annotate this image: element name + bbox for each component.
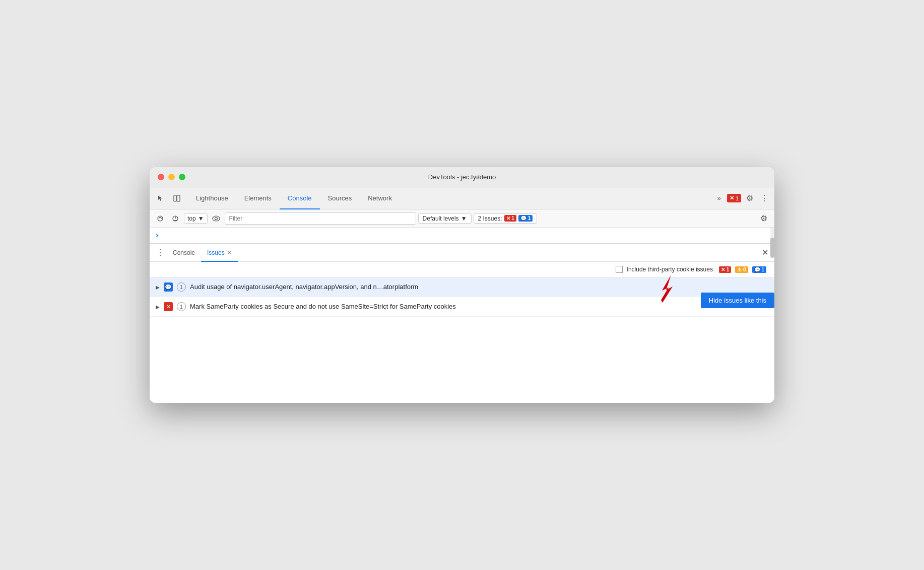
issues-panel: Include third-party cookie issues ✕ 1 ⚠ … xyxy=(150,262,774,403)
settings-icon[interactable]: ⚙ xyxy=(744,191,755,205)
expand-icon-2[interactable]: ▶ xyxy=(156,304,160,310)
panel-menu-icon[interactable]: ⋮ xyxy=(154,246,167,259)
panel-tabs: ⋮ Console Issues ✕ ✕ xyxy=(150,244,774,262)
filter-input[interactable] xyxy=(225,212,416,225)
scrollbar-track xyxy=(770,228,774,243)
panel-tab-close-icon[interactable]: ✕ xyxy=(227,249,232,256)
tabbar-icons xyxy=(154,191,184,205)
issues-header: Include third-party cookie issues ✕ 1 ⚠ … xyxy=(150,262,774,277)
context-selector[interactable]: top ▼ xyxy=(184,213,208,224)
panel-close-icon[interactable]: ✕ xyxy=(760,246,770,259)
window-title: DevTools - jec.fyi/demo xyxy=(428,173,496,181)
svg-point-7 xyxy=(215,217,217,220)
issue-icon-red-2: ✕ xyxy=(164,302,173,311)
issue-row-2[interactable]: ▶ ✕ 1 Mark SameParty cookies as Secure a… xyxy=(150,297,774,317)
issues-warning-count: ⚠ 0 xyxy=(735,266,748,273)
titlebar: DevTools - jec.fyi/demo xyxy=(150,167,774,187)
more-options-icon[interactable]: ⋮ xyxy=(758,191,770,205)
tab-network[interactable]: Network xyxy=(360,187,400,209)
issues-info-badge: 💬 1 xyxy=(518,215,533,222)
maximize-button[interactable] xyxy=(179,174,185,180)
cursor-icon[interactable] xyxy=(154,191,168,205)
console-toolbar: top ▼ Default levels ▼ 2 Issues: ✕ 1 💬 1… xyxy=(150,209,774,228)
error-badge: ✕ 1 xyxy=(727,194,741,202)
more-tabs-button[interactable]: » xyxy=(714,193,724,203)
issues-badges: ✕ 1 ⚠ 0 💬 1 xyxy=(719,266,766,273)
hide-issues-tooltip[interactable]: Hide issues like this xyxy=(701,293,774,308)
devtools-window: DevTools - jec.fyi/demo Lighthouse Eleme… xyxy=(150,167,774,403)
minimize-button[interactable] xyxy=(168,174,175,180)
issues-count-badge: 2 Issues: ✕ 1 💬 1 xyxy=(474,213,538,224)
window-controls xyxy=(158,174,185,180)
console-prompt-icon[interactable]: › xyxy=(156,231,158,239)
svg-point-6 xyxy=(213,216,220,221)
red-arrow xyxy=(643,272,679,307)
close-button[interactable] xyxy=(158,174,164,180)
issue-text-2: Mark SameParty cookies as Secure and do … xyxy=(190,302,768,311)
main-tabbar: Lighthouse Elements Console Sources Netw… xyxy=(150,187,774,209)
create-live-expression-icon[interactable] xyxy=(154,212,167,225)
log-level-dropdown[interactable]: Default levels ▼ xyxy=(418,213,472,224)
issues-error-count: ✕ 1 xyxy=(719,266,731,273)
console-input-area: › xyxy=(150,228,774,243)
svg-rect-0 xyxy=(174,195,176,201)
issue-icon-blue-1: 💬 xyxy=(164,282,173,292)
bottom-panel: ⋮ Console Issues ✕ ✕ Include third-party… xyxy=(150,243,774,403)
tab-sources[interactable]: Sources xyxy=(320,187,360,209)
tab-elements[interactable]: Elements xyxy=(236,187,280,209)
tabbar-right: » ✕ 1 ⚙ ⋮ xyxy=(714,191,770,205)
console-settings-icon[interactable]: ⚙ xyxy=(757,212,770,225)
clear-console-icon[interactable] xyxy=(169,212,182,225)
issue-row-1[interactable]: ▶ 💬 1 Audit usage of navigator.userAgent… xyxy=(150,277,774,297)
issue-count-1: 1 xyxy=(177,282,186,292)
issue-text-1: Audit usage of navigator.userAgent, navi… xyxy=(190,282,768,292)
tab-lighthouse[interactable]: Lighthouse xyxy=(188,187,236,209)
panel-tab-issues[interactable]: Issues ✕ xyxy=(201,244,238,262)
dock-icon[interactable] xyxy=(170,191,184,205)
expand-icon-1[interactable]: ▶ xyxy=(156,284,160,290)
include-third-party-checkbox[interactable] xyxy=(616,266,623,273)
tab-console[interactable]: Console xyxy=(280,187,320,209)
eye-icon[interactable] xyxy=(210,212,223,225)
issues-error-badge: ✕ 1 xyxy=(504,215,516,222)
panel-tab-console[interactable]: Console xyxy=(167,244,201,262)
issues-info-count: 💬 1 xyxy=(752,266,766,273)
include-third-party-checkbox-row: Include third-party cookie issues xyxy=(616,266,713,273)
svg-rect-1 xyxy=(177,195,180,201)
issue-count-2: 1 xyxy=(177,302,186,311)
